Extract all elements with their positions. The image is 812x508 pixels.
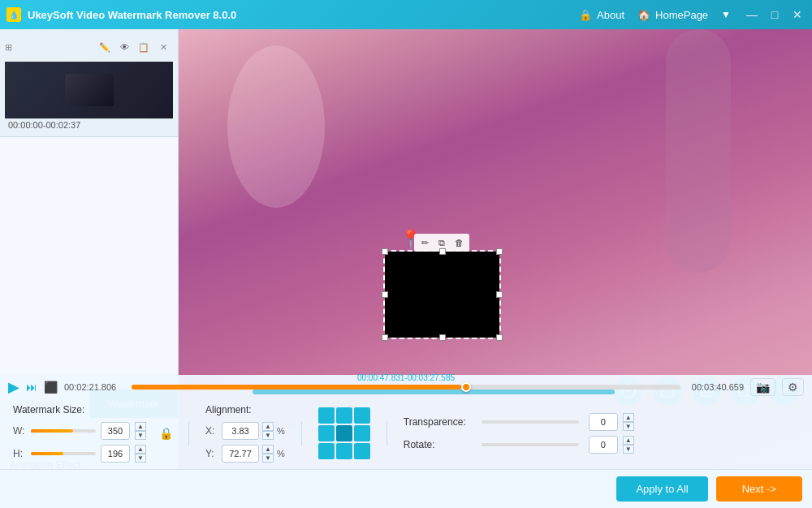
main-timeline[interactable]: 00:00:47.831-00:03:27.585	[132, 385, 680, 390]
transparency-slider[interactable]	[482, 420, 579, 424]
h-value[interactable]: 196	[101, 445, 130, 463]
y-down[interactable]: ▼	[262, 454, 274, 463]
w-slider-fill	[31, 429, 73, 433]
segment-label: 00:00:47.831-00:03:27.585	[357, 373, 455, 382]
thumbnail-box	[5, 62, 173, 118]
align-tc[interactable]	[336, 407, 352, 424]
rotate-value[interactable]: 0	[589, 436, 618, 454]
w-up[interactable]: ▲	[135, 422, 146, 431]
wm-delete-tool[interactable]: 🗑	[451, 235, 466, 250]
next-button[interactable]: Next ->	[716, 476, 802, 502]
watermark-size-group: Watermark Size: W: 350 ▲ ▼ H:	[13, 404, 146, 463]
current-time: 00:02:21.806	[64, 382, 125, 392]
resize-handle-tm[interactable]	[439, 248, 446, 255]
align-tl[interactable]	[318, 407, 335, 424]
y-label: Y:	[205, 448, 218, 459]
watermark-box[interactable]: 📍 ✏ ⧉ 🗑	[383, 250, 501, 339]
h-up[interactable]: ▲	[135, 445, 146, 454]
resize-handle-br[interactable]	[496, 334, 503, 341]
transparency-value[interactable]: 0	[589, 413, 618, 431]
wm-edit-tool[interactable]: ✏	[417, 235, 432, 250]
title-bar-right: 🔒 About 🏠 HomePage ▼ — □ ✕	[579, 6, 806, 23]
bottom-buttons: Apply to All Next ->	[0, 469, 812, 508]
rot-down[interactable]: ▼	[623, 445, 634, 454]
rot-up[interactable]: ▲	[623, 436, 634, 445]
alignment-label: Alignment:	[205, 404, 285, 415]
rotate-spinner: ▲ ▼	[623, 436, 634, 454]
resize-handle-tr[interactable]	[496, 248, 503, 255]
trans-up[interactable]: ▲	[623, 413, 634, 422]
w-slider[interactable]	[31, 429, 96, 433]
alignment-group: Alignment: X: 3.83 ▲ ▼ %	[205, 404, 285, 463]
homepage-label: HomePage	[655, 9, 708, 21]
lock-ratio-icon[interactable]: 🔒	[159, 425, 172, 441]
rotate-label: Rotate:	[404, 439, 477, 450]
settings-button[interactable]: ⚙	[782, 378, 804, 396]
w-value[interactable]: 350	[101, 422, 130, 440]
align-ml[interactable]	[318, 425, 335, 441]
w-spinner: ▲ ▼	[135, 422, 146, 440]
x-down[interactable]: ▼	[262, 431, 274, 440]
maximize-button[interactable]: □	[767, 6, 783, 23]
transparency-row: Transparence: 0 ▲ ▼	[404, 413, 634, 431]
timeline-thumb[interactable]	[461, 382, 471, 392]
timeline[interactable]: 00:00:47.831-00:03:27.585	[132, 385, 680, 390]
rotate-slider[interactable]	[482, 443, 579, 446]
height-row: H: 196 ▲ ▼	[13, 445, 146, 463]
align-mr[interactable]	[354, 425, 370, 441]
h-label: H:	[13, 448, 26, 459]
playback-row: ▶ ⏭ ⬛ 00:02:21.806 00:00:47.831-00:03:27…	[0, 375, 812, 399]
screenshot-button[interactable]: 📷	[750, 378, 775, 396]
h-slider[interactable]	[31, 452, 96, 455]
trans-down[interactable]: ▼	[623, 422, 634, 431]
title-bar-left: 💧 UkeySoft Video Watermark Remover 8.0.0	[6, 7, 236, 22]
x-up[interactable]: ▲	[262, 422, 274, 431]
title-bar: 💧 UkeySoft Video Watermark Remover 8.0.0…	[0, 0, 812, 29]
y-row: Y: 72.77 ▲ ▼ %	[205, 445, 285, 463]
about-nav[interactable]: 🔒 About	[579, 9, 624, 21]
resize-handle-mr[interactable]	[496, 291, 503, 298]
align-br[interactable]	[354, 443, 370, 459]
watermark-preview	[385, 252, 499, 338]
separator-1	[188, 421, 189, 446]
homepage-nav[interactable]: 🏠 HomePage	[637, 9, 708, 21]
minimize-button[interactable]: —	[744, 6, 760, 23]
resize-handle-ml[interactable]	[382, 291, 388, 298]
x-spinner: ▲ ▼	[262, 422, 274, 440]
align-bc[interactable]	[336, 443, 352, 459]
stop-button[interactable]: ⬛	[44, 381, 58, 394]
copy-tool[interactable]: 📋	[136, 39, 152, 55]
play-button[interactable]: ▶	[8, 378, 19, 396]
edit-tool[interactable]: ✏️	[97, 39, 113, 55]
watermark-size-label: Watermark Size:	[13, 404, 146, 415]
separator-3	[387, 421, 387, 446]
close-tool[interactable]: ✕	[155, 39, 171, 55]
resize-handle-bm[interactable]	[439, 334, 446, 341]
y-value[interactable]: 72.77	[222, 445, 259, 463]
resize-handle-tl[interactable]	[382, 248, 388, 255]
content-area: 📍 ✏ ⧉ 🗑 +	[179, 29, 812, 508]
preview-tool[interactable]: 👁	[116, 39, 132, 55]
apply-to-all-button[interactable]: Apply to All	[616, 476, 707, 502]
end-time: 00:03:40.659	[687, 382, 744, 392]
width-row: W: 350 ▲ ▼	[13, 422, 146, 440]
dropdown-icon[interactable]: ▼	[721, 9, 731, 20]
window-controls: — □ ✕	[744, 6, 806, 23]
app-title: UkeySoft Video Watermark Remover 8.0.0	[28, 9, 236, 21]
y-up[interactable]: ▲	[262, 445, 274, 454]
align-mc[interactable]	[336, 425, 352, 441]
align-tr[interactable]	[354, 407, 370, 424]
align-bl[interactable]	[318, 443, 335, 459]
settings-row: Watermark Size: W: 350 ▲ ▼ H:	[0, 399, 812, 469]
thumbnail-tools: ✏️ 👁 📋 ✕	[95, 36, 173, 58]
resize-handle-bl[interactable]	[382, 334, 388, 341]
next-frame-button[interactable]: ⏭	[26, 381, 37, 394]
w-down[interactable]: ▼	[135, 431, 146, 440]
close-button[interactable]: ✕	[789, 6, 806, 23]
rotate-row: Rotate: 0 ▲ ▼	[404, 436, 634, 454]
video-timestamp: 00:00:00-00:02:37	[5, 118, 173, 131]
x-value[interactable]: 3.83	[222, 422, 259, 440]
x-label: X:	[205, 425, 218, 437]
transparency-rotate-group: Transparence: 0 ▲ ▼ Rotate:	[404, 413, 634, 454]
h-down[interactable]: ▼	[135, 454, 146, 463]
